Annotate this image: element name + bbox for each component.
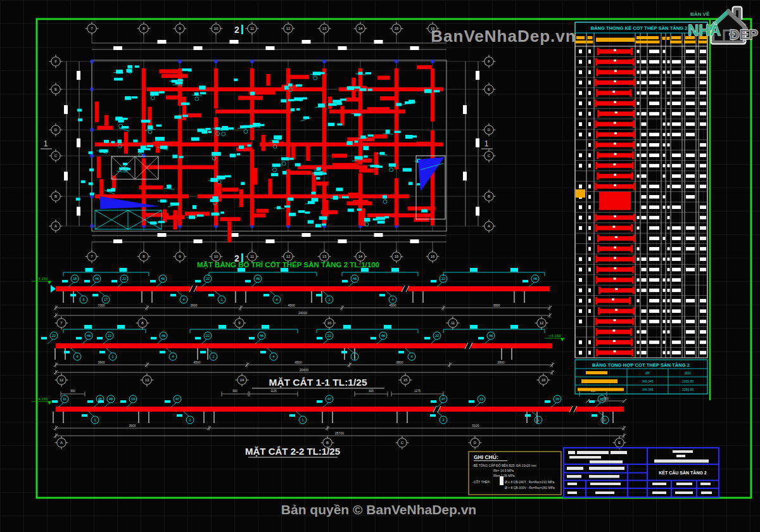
text-bar xyxy=(700,483,711,485)
callout-number: 1 xyxy=(353,355,355,358)
annotation-mark xyxy=(346,141,352,145)
cad-sheet-stage[interactable]: 22117788991010111112121313141415151616FF… xyxy=(0,0,760,532)
cad-line xyxy=(201,282,206,287)
callout-number: 22 xyxy=(122,277,126,281)
callout-number: 1 xyxy=(212,355,214,358)
rebar-notch xyxy=(615,288,618,290)
rebar-mark xyxy=(317,400,322,403)
rebar-bar xyxy=(97,126,113,130)
rebar-bar xyxy=(332,154,347,158)
cell-value-bar xyxy=(649,60,659,64)
cell-value-bar xyxy=(672,153,681,157)
rebar-mark xyxy=(92,294,98,296)
rebar-hook xyxy=(596,89,598,97)
cell-value-bar xyxy=(686,185,695,189)
cell-value-bar xyxy=(649,164,659,168)
cell-value-bar xyxy=(642,133,647,137)
rebar-mark xyxy=(64,351,70,353)
cell-value-bar xyxy=(700,122,706,126)
rebar-mark xyxy=(177,414,182,417)
rebar-bar xyxy=(146,165,215,169)
grid-bubble-label: 11 xyxy=(250,27,255,30)
cell-tick xyxy=(588,112,591,116)
cell-value-bar xyxy=(672,205,681,209)
cell-tick xyxy=(668,320,670,323)
annotation-mark xyxy=(211,213,219,216)
cell-value-bar xyxy=(686,226,695,230)
rebar-notch xyxy=(612,330,615,332)
callout-number: 17 xyxy=(104,298,108,301)
summary-value: 349.345 xyxy=(642,379,653,383)
cell-value-bar xyxy=(642,268,647,272)
grid-bubble-label: 15 xyxy=(403,378,408,382)
rebar-hook xyxy=(595,328,597,336)
dim-total: 25700 xyxy=(335,431,344,435)
rebar-hook xyxy=(632,318,634,326)
cell-tick xyxy=(579,205,582,209)
annotation-mark xyxy=(355,156,363,159)
dim-text: 4500 xyxy=(389,303,396,307)
summary-value: 349.345 xyxy=(642,388,653,391)
annotation-mark xyxy=(200,92,206,94)
cell-value-bar xyxy=(642,91,647,95)
rebar-notch xyxy=(613,319,616,321)
rebar-mark xyxy=(97,337,103,339)
rebar-mark xyxy=(218,325,226,329)
rebar-mark xyxy=(151,337,156,339)
cad-drawing-canvas[interactable]: 22117788991010111112121313141415151616FF… xyxy=(0,0,760,532)
text-cursor xyxy=(241,25,243,34)
logo-text-nha: NHÀ xyxy=(688,22,721,39)
rebar-mark xyxy=(470,325,478,329)
rebar-mark xyxy=(87,400,93,403)
annotation-mark xyxy=(241,182,244,185)
annotation-mark xyxy=(118,120,124,122)
annotation-mark xyxy=(208,131,212,134)
cell-value-bar xyxy=(686,320,695,324)
callout-number: 2 xyxy=(189,418,191,422)
grid-node xyxy=(251,60,254,63)
rebar-mark xyxy=(431,400,436,403)
cell-tick xyxy=(588,226,591,230)
rebar-hook xyxy=(633,99,635,107)
cell-tick xyxy=(579,132,582,136)
grid-node xyxy=(142,155,146,158)
cell-value-bar xyxy=(686,268,695,272)
rebar-hook xyxy=(597,234,599,242)
rebar-bar xyxy=(359,168,374,172)
grid-bubble-label: F xyxy=(54,60,57,63)
cell-value-bar xyxy=(700,320,706,324)
annotation-mark xyxy=(288,198,293,201)
cell-value-bar xyxy=(700,330,706,334)
callout-number: 22 xyxy=(206,334,210,338)
rebar-mark xyxy=(316,294,322,296)
callout-number: 49 xyxy=(109,397,113,401)
callout-number: 46 xyxy=(381,334,385,338)
rebar-sample xyxy=(578,388,624,391)
elevation-label: +4.150 xyxy=(36,277,48,281)
dim-tick xyxy=(64,105,68,114)
header-bar xyxy=(587,41,593,44)
drawing-name: KẾT CẤU SÀN TẦNG 2 xyxy=(659,469,707,475)
cell-value-bar xyxy=(642,216,647,220)
cell-tick xyxy=(588,205,591,209)
rebar-mark xyxy=(262,325,269,329)
annotation-circle xyxy=(151,96,155,100)
annotation-mark xyxy=(174,115,181,118)
logo-text-top: BẢN VẼ xyxy=(690,11,710,17)
dim-tick xyxy=(463,105,467,114)
cell-value-bar xyxy=(700,153,706,157)
annotation-mark xyxy=(359,88,366,91)
cad-line xyxy=(184,412,189,416)
cad-line xyxy=(405,348,410,353)
cell-value-bar xyxy=(672,237,681,241)
cell-value-bar xyxy=(672,247,681,251)
rebar-hook xyxy=(632,276,634,284)
text-bar xyxy=(589,467,624,470)
annotation-mark xyxy=(368,89,372,91)
cad-line xyxy=(68,282,73,287)
dim-text: 3800 xyxy=(396,360,403,364)
rebar-mark xyxy=(99,351,105,353)
annotation-mark xyxy=(322,172,327,175)
annotation-mark xyxy=(395,130,401,133)
rebar-bar xyxy=(220,217,240,221)
